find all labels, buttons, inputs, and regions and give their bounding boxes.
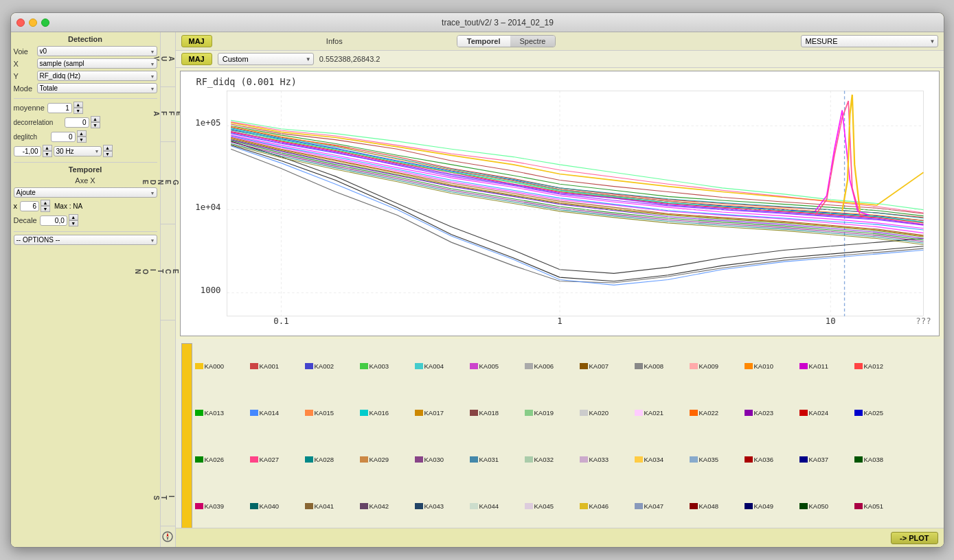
hz-down[interactable]: ▼ [103, 151, 113, 157]
mode-select-wrapper[interactable]: Totale [37, 83, 157, 93]
legend-item[interactable]: KA022 [690, 390, 745, 436]
tab-temporel[interactable]: Temporel [457, 36, 510, 47]
legend-item[interactable]: KA032 [525, 436, 580, 482]
legend-item[interactable]: KA006 [525, 343, 580, 389]
legend-item[interactable]: KA013 [195, 390, 250, 436]
range-min-down[interactable]: ▼ [43, 151, 52, 157]
multiplier-down[interactable]: ▼ [41, 206, 50, 212]
maximize-button[interactable] [41, 19, 49, 27]
tab-spectre[interactable]: Spectre [510, 36, 556, 47]
legend-item[interactable]: KA017 [415, 390, 470, 436]
legend-item[interactable]: KA031 [470, 436, 525, 482]
legend-item[interactable]: KA042 [360, 483, 415, 528]
legend-item[interactable]: KA005 [470, 343, 525, 389]
side-label-sauv[interactable]: SAUV [161, 32, 175, 87]
legend-item[interactable]: KA001 [250, 343, 305, 389]
legend-item[interactable]: KA030 [415, 436, 470, 482]
side-label-fits[interactable]: FITS [161, 471, 175, 526]
hz-select[interactable]: 30 Hz [54, 146, 102, 156]
hz-up[interactable]: ▲ [103, 145, 113, 151]
legend-item[interactable]: KA018 [470, 390, 525, 436]
mesure-select-wrapper[interactable]: MESURE [801, 35, 938, 47]
deglitch-up[interactable]: ▲ [77, 130, 87, 137]
mode-select[interactable]: Totale [37, 83, 157, 93]
options-select[interactable]: -- OPTIONS -- [14, 235, 157, 245]
legend-item[interactable]: KA028 [305, 436, 360, 482]
legend-item[interactable]: KA044 [470, 483, 525, 528]
legend-item[interactable]: KA025 [854, 390, 909, 436]
custom-select-wrapper[interactable]: Custom [218, 53, 314, 65]
legend-item[interactable]: KA011 [799, 343, 854, 389]
legend-item[interactable]: KA026 [195, 436, 250, 482]
decorrelation-up[interactable]: ▲ [91, 116, 100, 122]
decorrelation-down[interactable]: ▼ [91, 122, 100, 128]
legend-item[interactable]: KA015 [305, 390, 360, 436]
moyenne-input[interactable] [47, 103, 72, 113]
legend-item[interactable]: KA029 [360, 436, 415, 482]
legend-item[interactable]: KA009 [690, 343, 745, 389]
range-min-up[interactable]: ▲ [43, 145, 52, 151]
range-min-input[interactable] [14, 146, 41, 156]
legend-item[interactable]: KA007 [580, 343, 635, 389]
legend-item[interactable]: KA016 [360, 390, 415, 436]
legend-item[interactable]: KA036 [745, 436, 799, 482]
legend-item[interactable]: KA019 [525, 390, 580, 436]
legend-item[interactable]: KA038 [854, 436, 909, 482]
decale-down[interactable]: ▼ [69, 220, 78, 226]
legend-item[interactable]: KA039 [195, 483, 250, 528]
legend-item[interactable]: KA048 [690, 483, 745, 528]
sub-maj-button[interactable]: MAJ [181, 53, 212, 65]
tous-button[interactable]: TOUS [181, 343, 192, 528]
legend-item[interactable]: KA027 [250, 436, 305, 482]
multiplier-up[interactable]: ▲ [41, 200, 50, 206]
custom-select[interactable]: Custom [218, 53, 314, 65]
legend-item[interactable]: KA014 [250, 390, 305, 436]
voie-select[interactable]: v0 [37, 46, 157, 56]
legend-item[interactable]: KA040 [250, 483, 305, 528]
minimize-button[interactable] [29, 19, 37, 27]
voie-select-wrapper[interactable]: v0 [37, 46, 157, 56]
legend-item[interactable]: KA045 [525, 483, 580, 528]
side-label-effa[interactable]: EFFA [161, 87, 175, 142]
legend-item[interactable]: KA051 [854, 483, 909, 528]
legend-item[interactable]: KA033 [580, 436, 635, 482]
legend-item[interactable]: KA035 [690, 436, 745, 482]
legend-item[interactable]: KA043 [415, 483, 470, 528]
plot-button[interactable]: -> PLOT [891, 532, 938, 544]
compass-icon[interactable] [161, 526, 175, 547]
legend-item[interactable]: KA037 [799, 436, 854, 482]
y-select[interactable]: RF_didq (Hz) [37, 71, 157, 81]
x-select-wrapper[interactable]: sample (sampl [37, 58, 157, 69]
moyenne-down[interactable]: ▼ [73, 108, 83, 114]
maj-button[interactable]: MAJ [181, 35, 212, 47]
legend-item[interactable]: KA020 [580, 390, 635, 436]
hz-select-wrapper[interactable]: 30 Hz [54, 146, 102, 156]
legend-item[interactable]: KA050 [799, 483, 854, 528]
legend-item[interactable]: KA008 [635, 343, 690, 389]
moyenne-up[interactable]: ▲ [73, 102, 83, 108]
legend-item[interactable]: KA041 [305, 483, 360, 528]
legend-item[interactable]: KA034 [635, 436, 690, 482]
mesure-select[interactable]: MESURE [801, 35, 938, 47]
decale-up[interactable]: ▲ [69, 214, 78, 220]
side-label-detection[interactable]: DETECTION [161, 224, 175, 320]
deglitch-input[interactable] [51, 132, 76, 142]
legend-item[interactable]: KA047 [635, 483, 690, 528]
multiplier-input[interactable] [20, 201, 39, 211]
legend-item[interactable]: KA004 [415, 343, 470, 389]
legend-item[interactable]: KA003 [360, 343, 415, 389]
legend-item[interactable]: KA023 [745, 390, 799, 436]
legend-item[interactable]: KA049 [745, 483, 799, 528]
legend-item[interactable]: KA000 [195, 343, 250, 389]
legend-item[interactable]: KA010 [745, 343, 799, 389]
legend-item[interactable]: KA012 [854, 343, 909, 389]
x-select[interactable]: sample (sampl [37, 58, 157, 69]
legend-item[interactable]: KA024 [799, 390, 854, 436]
y-select-wrapper[interactable]: RF_didq (Hz) [37, 71, 157, 81]
chart-svg[interactable]: RF_didq (0.001 Hz) 1e+05 1e+04 1000 0.1 … [181, 71, 939, 336]
legend-item[interactable]: KA046 [580, 483, 635, 528]
legend-item[interactable]: KA021 [635, 390, 690, 436]
axe-select[interactable]: Ajoute [14, 187, 157, 198]
close-button[interactable] [16, 19, 25, 27]
decorrelation-input[interactable] [65, 117, 89, 128]
